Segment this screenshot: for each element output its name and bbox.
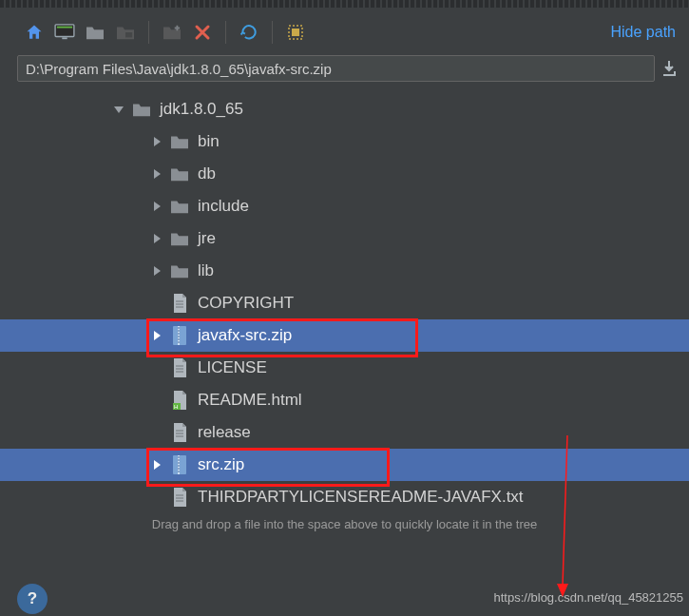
home-icon bbox=[25, 23, 44, 42]
text-file-icon bbox=[169, 357, 190, 378]
tree-label: release bbox=[198, 423, 251, 442]
path-action-button[interactable] bbox=[659, 56, 679, 81]
module-dir-button[interactable] bbox=[112, 19, 139, 46]
tree-label: THIRDPARTYLICENSEREADME-JAVAFX.txt bbox=[198, 488, 524, 507]
tree-label: src.zip bbox=[198, 455, 244, 474]
show-hidden-icon bbox=[287, 24, 304, 41]
folder-icon bbox=[131, 99, 152, 120]
watermark: https://blog.csdn.net/qq_45821255 bbox=[494, 590, 684, 605]
chevron-right-icon[interactable] bbox=[150, 329, 163, 342]
hide-path-link[interactable]: Hide path bbox=[611, 24, 680, 41]
file-tree[interactable]: jdk1.8.0_65bindbincludejrelibCOPYRIGHTja… bbox=[0, 87, 689, 513]
tree-label: LICENSE bbox=[198, 358, 267, 377]
refresh-icon bbox=[239, 23, 258, 42]
tree-row[interactable]: javafx-src.zip bbox=[0, 319, 689, 352]
tree-label: jre bbox=[198, 229, 216, 248]
tree-row[interactable]: THIRDPARTYLICENSEREADME-JAVAFX.txt bbox=[0, 481, 689, 513]
tree-row[interactable]: bin bbox=[0, 125, 689, 158]
tree-row[interactable]: src.zip bbox=[0, 449, 689, 481]
folder-icon bbox=[169, 260, 190, 281]
delete-icon bbox=[194, 24, 211, 41]
chevron-right-icon[interactable] bbox=[150, 135, 163, 148]
tree-label: db bbox=[198, 164, 216, 183]
tree-label: COPYRIGHT bbox=[198, 294, 294, 313]
refresh-button[interactable] bbox=[236, 19, 262, 46]
tree-label: jdk1.8.0_65 bbox=[160, 100, 243, 119]
tree-row[interactable]: include bbox=[0, 190, 689, 222]
svg-rect-2 bbox=[62, 37, 67, 39]
tree-row[interactable]: COPYRIGHT bbox=[0, 287, 689, 319]
desktop-icon bbox=[54, 24, 75, 41]
help-button[interactable]: ? bbox=[17, 584, 48, 614]
folder-dark-icon bbox=[85, 24, 105, 41]
chevron-right-icon[interactable] bbox=[150, 232, 163, 245]
tree-row[interactable]: LICENSE bbox=[0, 352, 689, 384]
archive-icon bbox=[169, 454, 190, 475]
tree-row[interactable]: HREADME.html bbox=[0, 384, 689, 416]
tree-label: bin bbox=[198, 132, 220, 151]
tree-label: javafx-src.zip bbox=[198, 326, 292, 345]
folder-icon bbox=[169, 131, 190, 152]
text-file-icon bbox=[169, 293, 190, 314]
toolbar: Hide path bbox=[0, 8, 689, 51]
chevron-right-icon[interactable] bbox=[150, 458, 163, 472]
chevron-right-icon[interactable] bbox=[150, 200, 163, 213]
text-file-icon bbox=[169, 487, 190, 508]
folder-icon bbox=[169, 164, 190, 184]
svg-text:H: H bbox=[174, 404, 178, 410]
tree-label: README.html bbox=[198, 391, 302, 410]
download-icon bbox=[660, 59, 678, 78]
svg-rect-1 bbox=[57, 27, 72, 29]
delete-button[interactable] bbox=[189, 19, 216, 46]
svg-rect-5 bbox=[292, 29, 299, 36]
text-file-icon bbox=[169, 422, 190, 443]
path-input[interactable]: D:\Program Files\Java\jdk1.8.0_65\javafx… bbox=[17, 55, 655, 82]
desktop-button[interactable] bbox=[51, 19, 78, 46]
tree-label: include bbox=[198, 197, 249, 216]
svg-rect-3 bbox=[125, 32, 132, 37]
tree-row[interactable]: db bbox=[0, 158, 689, 190]
folder-module-icon bbox=[115, 24, 136, 41]
new-folder-button[interactable] bbox=[159, 19, 185, 46]
chevron-right-icon[interactable] bbox=[150, 167, 163, 181]
tree-row-root[interactable]: jdk1.8.0_65 bbox=[0, 93, 689, 125]
show-hidden-button[interactable] bbox=[282, 19, 309, 46]
tree-row[interactable]: lib bbox=[0, 255, 689, 287]
chevron-right-icon[interactable] bbox=[150, 264, 163, 278]
chevron-down-icon[interactable] bbox=[112, 103, 125, 116]
new-folder-icon bbox=[162, 24, 182, 41]
drag-hint: Drag and drop a file into the space abov… bbox=[0, 513, 689, 545]
folder-icon bbox=[169, 196, 190, 217]
tree-row[interactable]: jre bbox=[0, 222, 689, 255]
home-button[interactable] bbox=[21, 19, 48, 46]
tree-row[interactable]: release bbox=[0, 416, 689, 449]
archive-icon bbox=[169, 325, 190, 346]
html-file-icon: H bbox=[169, 390, 190, 411]
tree-label: lib bbox=[198, 261, 214, 280]
project-dir-button[interactable] bbox=[82, 19, 108, 46]
folder-icon bbox=[169, 228, 190, 249]
